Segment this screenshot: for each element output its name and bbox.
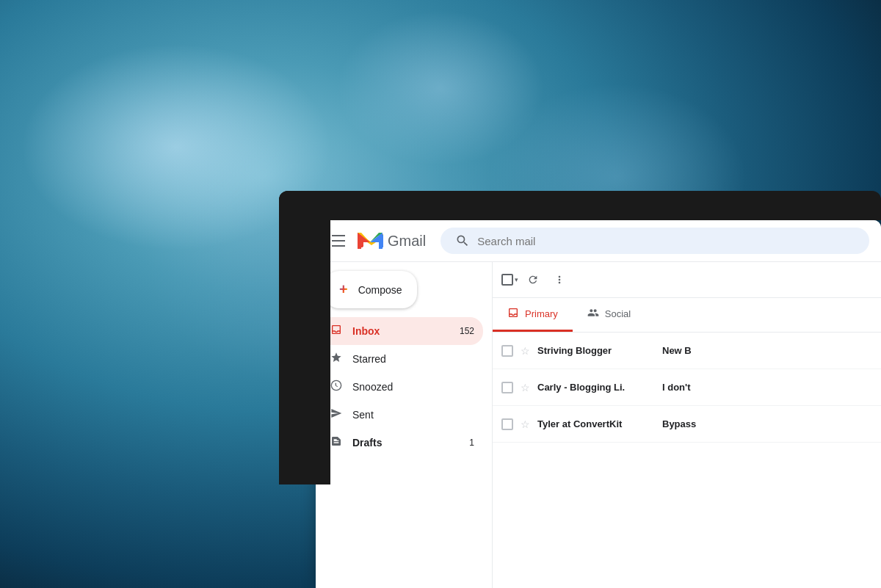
- gmail-header: Gmail: [316, 220, 881, 262]
- email-checkbox[interactable]: [501, 345, 513, 357]
- page-wrapper: Gmail + Compose: [0, 0, 881, 588]
- gmail-app: Gmail + Compose: [316, 220, 881, 588]
- gmail-logo-icon: [355, 231, 385, 251]
- gmail-logo: Gmail: [358, 231, 426, 251]
- tab-social-label: Social: [605, 308, 631, 319]
- starred-icon: [330, 352, 342, 366]
- email-subject: Bypass: [662, 418, 872, 429]
- sidebar-item-drafts[interactable]: Drafts 1: [316, 429, 483, 457]
- email-list: ☆ Striving Blogger New B ☆ Carly - Blogg…: [493, 333, 881, 588]
- email-toolbar: ▾: [493, 262, 881, 298]
- email-row[interactable]: ☆ Carly - Blogging Li. I don't: [493, 369, 881, 406]
- sidebar-snoozed-label: Snoozed: [352, 381, 393, 393]
- sidebar-item-snoozed[interactable]: Snoozed: [316, 373, 483, 401]
- email-sender: Tyler at ConvertKit: [537, 418, 655, 429]
- star-icon[interactable]: ☆: [521, 418, 530, 430]
- primary-tab-icon: [507, 307, 519, 321]
- sidebar-item-inbox[interactable]: Inbox 152: [316, 317, 483, 345]
- sidebar-item-starred[interactable]: Starred: [316, 345, 483, 373]
- tab-primary[interactable]: Primary: [493, 298, 573, 332]
- sidebar: + Compose Inbox 152: [316, 262, 492, 588]
- drafts-badge: 1: [469, 438, 474, 448]
- search-input[interactable]: [477, 235, 855, 247]
- tab-primary-label: Primary: [525, 308, 558, 319]
- email-checkbox[interactable]: [501, 382, 513, 393]
- menu-button[interactable]: [327, 231, 349, 251]
- tab-social[interactable]: Social: [573, 298, 645, 332]
- email-panel: ▾: [492, 262, 881, 588]
- email-subject: New B: [662, 345, 872, 356]
- email-subject: I don't: [662, 382, 872, 393]
- email-sender: Striving Blogger: [537, 345, 655, 356]
- sidebar-sent-label: Sent: [352, 409, 374, 421]
- more-button[interactable]: [548, 268, 571, 291]
- more-icon: [554, 274, 565, 286]
- gmail-body: + Compose Inbox 152: [316, 262, 881, 588]
- select-all-checkbox[interactable]: [501, 274, 513, 286]
- compose-icon: +: [339, 281, 348, 298]
- email-tabs: Primary Social: [493, 298, 881, 333]
- snoozed-icon: [330, 380, 342, 394]
- email-checkbox[interactable]: [501, 418, 513, 430]
- social-tab-icon: [587, 307, 599, 322]
- search-icon: [455, 233, 470, 248]
- inbox-icon: [330, 324, 342, 338]
- laptop-bezel-left: [279, 191, 330, 484]
- refresh-icon: [527, 274, 539, 286]
- email-sender: Carly - Blogging Li.: [537, 382, 655, 393]
- select-all-group[interactable]: ▾: [501, 274, 518, 286]
- inbox-badge: 152: [460, 326, 474, 336]
- email-row[interactable]: ☆ Striving Blogger New B: [493, 333, 881, 369]
- star-icon[interactable]: ☆: [521, 345, 530, 357]
- refresh-button[interactable]: [521, 268, 545, 291]
- drafts-icon: [330, 435, 342, 450]
- sent-icon: [330, 407, 342, 422]
- sidebar-starred-label: Starred: [352, 353, 386, 365]
- laptop-screen: Gmail + Compose: [316, 220, 881, 588]
- email-row[interactable]: ☆ Tyler at ConvertKit Bypass: [493, 406, 881, 443]
- sidebar-inbox-label: Inbox: [352, 325, 380, 337]
- star-icon[interactable]: ☆: [521, 382, 530, 393]
- compose-button[interactable]: + Compose: [325, 271, 417, 308]
- sidebar-item-sent[interactable]: Sent: [316, 401, 483, 429]
- select-dropdown-icon[interactable]: ▾: [515, 276, 518, 283]
- search-bar[interactable]: [440, 228, 869, 254]
- gmail-wordmark: Gmail: [388, 233, 426, 250]
- sidebar-drafts-label: Drafts: [352, 437, 382, 449]
- laptop-bezel-top: [279, 191, 881, 220]
- compose-label: Compose: [358, 284, 402, 296]
